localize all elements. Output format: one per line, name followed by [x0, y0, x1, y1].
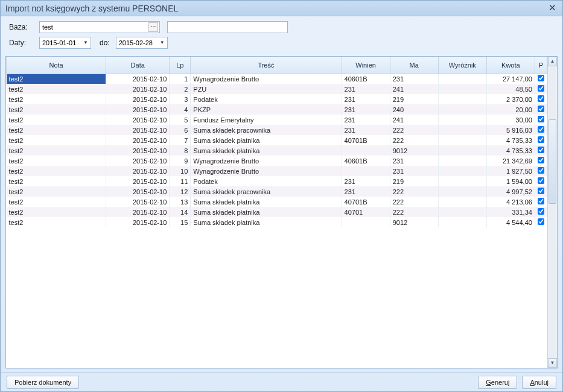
cell-wyr[interactable] — [438, 115, 486, 125]
cell-data[interactable]: 2015-02-10 — [106, 94, 170, 104]
cell-ma[interactable]: 219 — [390, 94, 438, 104]
cell-wyr[interactable] — [438, 217, 486, 227]
cell-kwota[interactable]: 21 342,69 — [486, 156, 535, 166]
cell-winien[interactable]: 231 — [342, 84, 390, 94]
cell-ma[interactable]: 241 — [390, 115, 438, 125]
cell-wyr[interactable] — [438, 125, 486, 135]
cell-tresc[interactable]: Suma składek płatnika — [191, 135, 342, 145]
cell-lp[interactable]: 2 — [170, 84, 191, 94]
cell-tresc[interactable]: Suma składek płatnika — [191, 197, 342, 207]
cell-nota[interactable]: test2 — [7, 135, 106, 145]
cell-p[interactable] — [535, 186, 547, 197]
cell-nota[interactable]: test2 — [7, 156, 106, 166]
cell-data[interactable]: 2015-02-10 — [106, 197, 170, 207]
cell-data[interactable]: 2015-02-10 — [106, 104, 170, 115]
cell-ma[interactable]: 222 — [390, 197, 438, 207]
cell-winien[interactable]: 231 — [342, 115, 390, 125]
cell-data[interactable]: 2015-02-10 — [106, 145, 170, 156]
cell-lp[interactable]: 6 — [170, 125, 191, 135]
cell-p[interactable] — [535, 84, 547, 94]
row-checkbox[interactable] — [538, 106, 544, 112]
cell-nota[interactable]: test2 — [7, 104, 106, 115]
cell-kwota[interactable]: 20,00 — [486, 104, 535, 115]
col-winien[interactable]: Winien — [342, 57, 390, 74]
table-row[interactable]: test22015-02-1010Wynagrodzenie Brutto231… — [7, 166, 547, 176]
cell-p[interactable] — [535, 145, 547, 156]
cell-p[interactable] — [535, 115, 547, 125]
cell-lp[interactable]: 3 — [170, 94, 191, 104]
table-row[interactable]: test22015-02-1011Podatek2312191 594,00 — [7, 176, 547, 186]
col-kwota[interactable]: Kwota — [486, 57, 535, 74]
cell-winien[interactable]: 231 — [342, 176, 390, 186]
anuluj-button[interactable]: Anuluj — [522, 376, 556, 389]
cell-ma[interactable]: 231 — [390, 166, 438, 176]
cell-tresc[interactable]: Wynagrodzenie Brutto — [191, 156, 342, 166]
cell-wyr[interactable] — [438, 84, 486, 94]
table-row[interactable]: test22015-02-101Wynagrodzenie Brutto4060… — [7, 74, 547, 84]
cell-kwota[interactable]: 5 916,03 — [486, 125, 535, 135]
cell-p[interactable] — [535, 125, 547, 135]
col-nota[interactable]: Nota — [7, 57, 106, 74]
row-checkbox[interactable] — [538, 198, 544, 204]
cell-nota[interactable]: test2 — [7, 207, 106, 217]
table-row[interactable]: test22015-02-1015Suma składek płatnika90… — [7, 217, 547, 227]
cell-ma[interactable]: 231 — [390, 74, 438, 84]
data-grid[interactable]: Nota Data Lp Treść Winien Ma Wyróżnik Kw… — [6, 57, 547, 227]
cell-winien[interactable]: 231 — [342, 186, 390, 197]
cell-nota[interactable]: test2 — [7, 166, 106, 176]
cell-kwota[interactable]: 30,00 — [486, 115, 535, 125]
col-wyroznik[interactable]: Wyróżnik — [438, 57, 486, 74]
cell-wyr[interactable] — [438, 156, 486, 166]
row-checkbox[interactable] — [538, 85, 544, 92]
scroll-thumb[interactable] — [549, 119, 556, 204]
cell-tresc[interactable]: Podatek — [191, 176, 342, 186]
cell-data[interactable]: 2015-02-10 — [106, 186, 170, 197]
cell-kwota[interactable]: 1 594,00 — [486, 176, 535, 186]
cell-kwota[interactable]: 1 927,50 — [486, 166, 535, 176]
table-row[interactable]: test22015-02-103Podatek2312192 370,00 — [7, 94, 547, 104]
cell-data[interactable]: 2015-02-10 — [106, 74, 170, 84]
cell-p[interactable] — [535, 197, 547, 207]
cell-p[interactable] — [535, 74, 547, 84]
table-row[interactable]: test22015-02-105Fundusz Emerytalny231241… — [7, 115, 547, 125]
cell-lp[interactable]: 13 — [170, 197, 191, 207]
cell-winien[interactable]: 231 — [342, 104, 390, 115]
cell-lp[interactable]: 4 — [170, 104, 191, 115]
cell-nota[interactable]: test2 — [7, 74, 106, 84]
cell-kwota[interactable]: 331,34 — [486, 207, 535, 217]
cell-p[interactable] — [535, 166, 547, 176]
col-tresc[interactable]: Treść — [191, 57, 342, 74]
row-checkbox[interactable] — [538, 75, 544, 81]
cell-nota[interactable]: test2 — [7, 84, 106, 94]
cell-lp[interactable]: 15 — [170, 217, 191, 227]
scroll-up-icon[interactable]: ▲ — [548, 57, 557, 66]
table-row[interactable]: test22015-02-106Suma składek pracownika2… — [7, 125, 547, 135]
table-row[interactable]: test22015-02-1014Suma składek płatnika40… — [7, 207, 547, 217]
cell-wyr[interactable] — [438, 176, 486, 186]
cell-ma[interactable]: 222 — [390, 186, 438, 197]
cell-kwota[interactable]: 2 370,00 — [486, 94, 535, 104]
cell-winien[interactable]: 40701B — [342, 197, 390, 207]
cell-nota[interactable]: test2 — [7, 145, 106, 156]
cell-ma[interactable]: 222 — [390, 125, 438, 135]
cell-wyr[interactable] — [438, 145, 486, 156]
cell-nota[interactable]: test2 — [7, 115, 106, 125]
table-row[interactable]: test22015-02-1012Suma składek pracownika… — [7, 186, 547, 197]
cell-p[interactable] — [535, 217, 547, 227]
generuj-button[interactable]: Generuj — [478, 376, 517, 389]
table-row[interactable]: test22015-02-109Wynagrodzenie Brutto4060… — [7, 156, 547, 166]
cell-kwota[interactable]: 48,50 — [486, 84, 535, 94]
cell-tresc[interactable]: Podatek — [191, 94, 342, 104]
cell-wyr[interactable] — [438, 104, 486, 115]
row-checkbox[interactable] — [538, 208, 544, 215]
scroll-track[interactable] — [548, 66, 557, 358]
table-row[interactable]: test22015-02-104PKZP23124020,00 — [7, 104, 547, 115]
cell-nota[interactable]: test2 — [7, 217, 106, 227]
cell-lp[interactable]: 9 — [170, 156, 191, 166]
row-checkbox[interactable] — [538, 126, 544, 133]
cell-ma[interactable]: 222 — [390, 135, 438, 145]
cell-lp[interactable]: 10 — [170, 166, 191, 176]
cell-wyr[interactable] — [438, 94, 486, 104]
cell-lp[interactable]: 12 — [170, 186, 191, 197]
cell-ma[interactable]: 240 — [390, 104, 438, 115]
